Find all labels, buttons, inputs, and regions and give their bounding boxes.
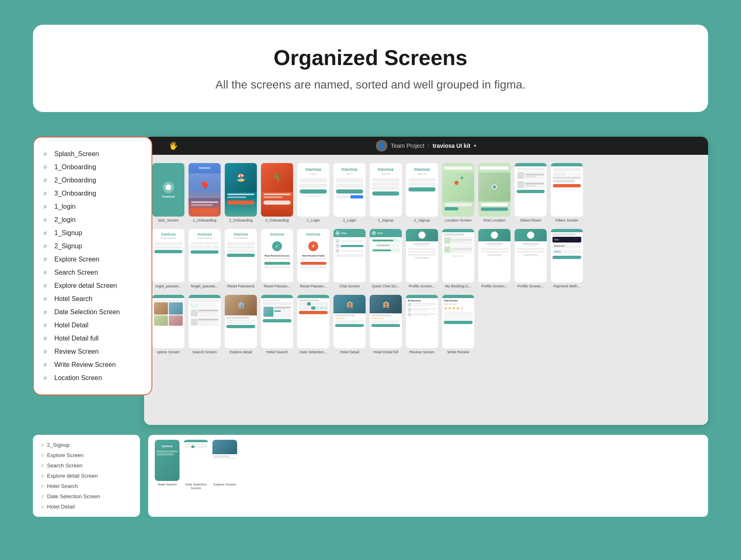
screen-label-searchscreen: Search Screen: [192, 350, 217, 354]
screen-thumb-reset2: traviosa ✓ Reset Password Success: [261, 229, 293, 282]
screen-label-dateselection: Date Selection...: [300, 350, 327, 354]
screen-profile2: Landme McBruy Profile Screen...: [478, 229, 510, 288]
bottom-screen-label-1: Hotel Search: [158, 483, 177, 486]
hash-icon-10: #: [44, 269, 50, 276]
hash-icon-12: #: [44, 296, 50, 302]
sidebar-label-2signup: 2_Signup: [54, 243, 82, 250]
screen-reset2: traviosa ✓ Reset Password Success: [261, 229, 293, 288]
screen-thumb-exploredetail: 🏛️: [225, 295, 257, 348]
bottom-thumb-2: [184, 440, 208, 481]
screen-label-reviewscreen: Review Screen: [410, 350, 435, 354]
sidebar-item-date-selection[interactable]: # Date Selection Screen: [42, 306, 143, 319]
bottom-item-explore[interactable]: # Explore Screen: [40, 450, 133, 460]
sidebar-item-splash[interactable]: # Splash_Screen: [42, 147, 143, 161]
hash-icon-5: #: [44, 203, 50, 210]
sidebar-label-1signup: 1_Signup: [54, 229, 82, 237]
screen-thumb-signup1: traviosa Sign Up: [370, 163, 402, 217]
bottom-item-hoteldetail[interactable]: # Hotel Detail: [40, 502, 133, 512]
sidebar-item-location[interactable]: # Location Screen: [42, 371, 143, 385]
hash-icon-b1: #: [41, 443, 44, 448]
screen-profile1: Landme McBruy Profile Screen...: [406, 229, 438, 288]
screen-thumb-login1: traviosa Log In: [297, 163, 329, 217]
screen-thumb-hoteldetailfull: 🏨 ★ ★ ★ ★ ★: [370, 295, 402, 348]
sidebar-item-hotel-search[interactable]: # Hotel Search: [42, 292, 143, 306]
screen-thumb-searchscreen: [189, 295, 221, 348]
sidebar-item-3onboarding[interactable]: # 3_Onboarding: [42, 187, 143, 200]
sidebar-label-2login: 2_login: [54, 216, 76, 224]
screen-thumb-findlocation: [478, 163, 510, 217]
bottom-screen-label-2: Date Selection Screen: [184, 483, 208, 490]
screen-onb1: traviosa 🎈: [189, 163, 221, 222]
sidebar-item-2signup[interactable]: # 2_Signup: [42, 240, 143, 253]
screen-hoteldetailfull: 🏨 ★ ★ ★ ★ ★: [370, 295, 402, 354]
sidebar-item-2login[interactable]: # 2_login: [42, 213, 143, 226]
bottom-screens-preview: traviosa Hotel Search Date Selection Scr…: [148, 435, 708, 517]
hash-icon-b3: #: [41, 463, 44, 468]
bottom-item-hotelsearch[interactable]: # Hotel Search: [40, 481, 133, 491]
fail-icon: ✕: [308, 241, 318, 251]
hash-icon-17: #: [44, 362, 50, 368]
screen-thumb-hoteldetail: 🏨 ★ ★ ★ ★ ★: [333, 295, 366, 348]
screen-thumb-payment: VISA Mastercard PayPal: [551, 229, 583, 282]
screen-label-filters: Filters Screen: [555, 218, 578, 222]
sidebar-item-1login[interactable]: # 1_login: [42, 200, 143, 213]
screen-thumb-onb2: 🏖️: [225, 163, 257, 217]
screen-reviewscreen: 48 Reviews: [406, 295, 438, 354]
screen-quickchat: Chat: [370, 229, 402, 288]
bottom-screen-1: traviosa Hotel Search: [155, 440, 179, 486]
page-title: Organized Screens: [58, 45, 683, 70]
sidebar-label-review: Review Screen: [54, 348, 99, 355]
sidebar-label-hotel-search: Hotel Search: [54, 295, 93, 303]
sidebar-item-write-review[interactable]: # Write Review Screen: [42, 358, 143, 371]
sidebar-item-hotel-detail-full[interactable]: # Hotel Detail full: [42, 332, 143, 345]
figma-canvas[interactable]: traviosa lash_Screen traviosa: [144, 155, 708, 425]
hash-icon: #: [44, 151, 50, 157]
screen-thumb-signup2: traviosa Sign Up: [406, 163, 438, 217]
screen-label-signup1: 1_Signup: [378, 218, 394, 222]
screen-writereview: Add Review Rate your stay ★ ★ ★ ★ ★: [442, 295, 474, 354]
sidebar-item-1onboarding[interactable]: # 1_Onboarding: [42, 161, 143, 174]
bottom-thumb-3: [212, 440, 237, 481]
hash-icon-b6: #: [41, 494, 44, 499]
sidebar-item-search[interactable]: # Search Screen: [42, 266, 143, 279]
screen-label-reset1: Reset Password: [227, 284, 254, 288]
bottom-section: # 2_Signup # Explore Screen # Search Scr…: [33, 435, 708, 517]
screen-label-reset3: Reset Passwo...: [300, 284, 326, 288]
hash-icon-6: #: [44, 217, 50, 223]
screen-label-splash: lash_Screen: [158, 218, 179, 222]
sidebar-item-review[interactable]: # Review Screen: [42, 345, 143, 358]
screen-chat: Chat: [333, 229, 366, 288]
hash-icon-11: #: [44, 282, 50, 289]
screen-thumb-login2: traviosa Log In: [333, 163, 366, 217]
screen-label-onb3: 3_Onboarding: [265, 218, 289, 222]
bottom-item-exploredetail[interactable]: # Explore detail Screen: [40, 471, 133, 481]
bottom-item-2signup[interactable]: # 2_Signup: [40, 440, 133, 450]
screen-profile3: Landme McBruy Profile Screen...: [515, 229, 547, 288]
sidebar-item-1signup[interactable]: # 1_Signup: [42, 226, 143, 240]
bottom-item-label-2signup: 2_Signup: [47, 442, 70, 448]
sidebar-item-explore-detail[interactable]: # Explore detail Screen: [42, 279, 143, 292]
sidebar-item-2onboarding[interactable]: # 2_Onboarding: [42, 174, 143, 187]
hash-icon-b4: #: [41, 474, 44, 478]
hash-icon-3: #: [44, 177, 50, 184]
figma-panel: 🖐 👤 Team Project / traviosa UI kit ▾: [144, 137, 708, 425]
screen-onb3: 🌴 3_Onboarding: [261, 163, 293, 222]
bottom-item-label-hotelsearch: Hotel Search: [47, 483, 78, 489]
screen-forgot2: traviosa Forgot password: [189, 229, 221, 288]
screen-thumb-dateselection: [297, 295, 329, 348]
hand-tool-icon[interactable]: 🖐: [169, 141, 178, 150]
sidebar-item-hotel-detail[interactable]: # Hotel Detail: [42, 319, 143, 332]
screen-row-2: traviosa Forgot password orget_passwo...: [152, 229, 700, 288]
screen-thumb-booking: My Booking D...: [442, 229, 474, 282]
screen-label-login1: 1_Login: [307, 218, 320, 222]
bottom-item-dateselection[interactable]: # Date Selection Screen: [40, 491, 133, 502]
screen-label-signup2: 2_Signup: [414, 218, 430, 222]
bottom-item-search[interactable]: # Search Screen: [40, 460, 133, 471]
screen-thumb-profile2: Landme McBruy: [478, 229, 510, 282]
bottom-item-label-exploredetail: Explore detail Screen: [47, 473, 98, 479]
screen-login2: traviosa Log In: [333, 163, 366, 222]
screen-filters: Filters Screen: [551, 163, 583, 222]
screen-thumb-splash: traviosa: [152, 163, 184, 217]
hash-icon-16: #: [44, 348, 50, 355]
sidebar-item-explore[interactable]: # Explore Screen: [42, 253, 143, 266]
